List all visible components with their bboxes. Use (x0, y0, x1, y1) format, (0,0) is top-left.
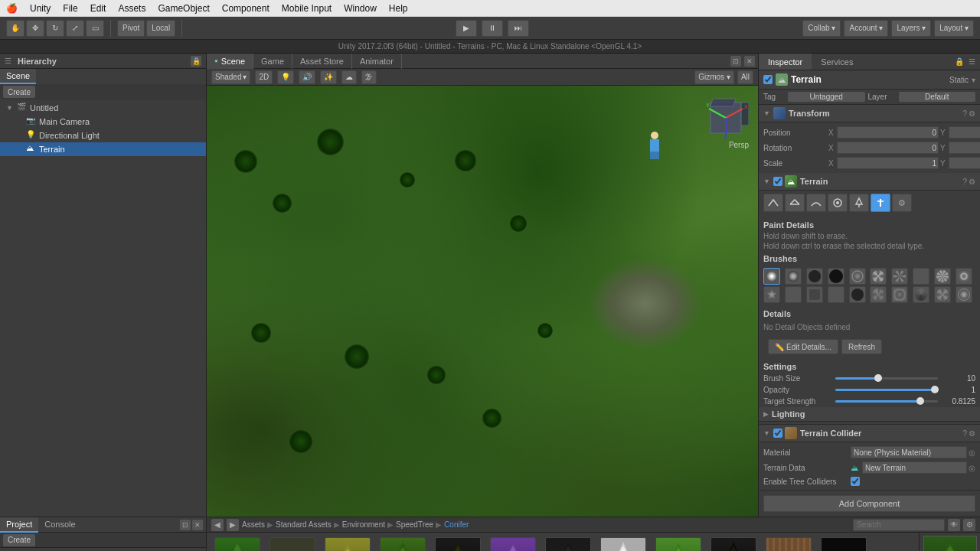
rect-tool[interactable]: ▭ (86, 20, 104, 37)
animator-tab[interactable]: Animator (352, 54, 402, 70)
list-item[interactable]: ConiferBark... (818, 537, 870, 551)
brush-20[interactable] (956, 286, 972, 303)
terrain-comp-gear-icon[interactable]: ⚙ (969, 178, 975, 186)
tree-item-maincamera[interactable]: 📷 Main Camera (0, 115, 206, 129)
collider-checkbox[interactable] (773, 429, 782, 438)
brush-8[interactable] (913, 268, 929, 285)
terrain-data-picker-icon[interactable]: ◎ (969, 464, 975, 472)
close-project[interactable]: ✕ (192, 520, 203, 530)
menu-file[interactable]: File (63, 3, 77, 14)
project-create-btn[interactable]: Create (3, 534, 35, 546)
crumb-env[interactable]: Environment (342, 520, 385, 529)
terrain-collider-header[interactable]: ▼ Terrain Collider ? ⚙ (759, 425, 980, 442)
scale-y-input[interactable] (949, 157, 980, 169)
list-item[interactable]: Conifer_Need... (652, 537, 704, 551)
brush-15[interactable] (849, 286, 866, 303)
terrain-data-input[interactable] (862, 461, 967, 474)
lights-btn[interactable]: 💡 (277, 70, 294, 84)
brush-13[interactable] (806, 286, 823, 303)
terrain-settings-tool[interactable]: ⚙ (892, 194, 912, 212)
rotation-x-input[interactable] (837, 142, 939, 154)
move-tool[interactable]: ✥ (26, 20, 44, 37)
nav-back-btn[interactable]: ◀ (211, 519, 224, 531)
brush-2[interactable] (785, 268, 802, 285)
terrain-comp-checkbox[interactable] (773, 177, 782, 186)
menu-edit[interactable]: Edit (90, 3, 106, 14)
material-input[interactable] (851, 446, 967, 458)
all-dropdown[interactable]: All (737, 70, 753, 84)
search-input[interactable] (853, 519, 945, 531)
2d-btn[interactable]: 2D (255, 70, 273, 84)
list-item[interactable]: Conifer_Desk... (377, 537, 429, 551)
rotate-tool[interactable]: ↻ (46, 20, 64, 37)
tree-item-terrain[interactable]: ⛰ Terrain (0, 142, 206, 156)
sky-btn[interactable]: ☁ (341, 70, 357, 84)
add-component-button[interactable]: Add Component (763, 495, 975, 512)
list-item[interactable]: Conifer_Need... (597, 537, 649, 551)
tree-item-untitled[interactable]: ▼ 🎬 Untitled (0, 101, 206, 115)
collider-help-icon[interactable]: ? (962, 429, 967, 438)
list-item[interactable]: Conifer_Need... (707, 537, 760, 551)
layers-btn[interactable]: Layers ▾ (891, 20, 931, 37)
project-tab[interactable]: Project (0, 517, 38, 533)
hand-tool[interactable]: ✋ (6, 20, 24, 37)
pause-button[interactable]: ⏸ (482, 20, 503, 37)
menu-assets[interactable]: Assets (118, 3, 145, 14)
account-btn[interactable]: Account ▾ (844, 20, 888, 37)
pivot-btn[interactable]: Pivot (117, 20, 145, 37)
brush-5[interactable] (849, 268, 866, 285)
list-item[interactable]: Conifer_Desk... (322, 537, 374, 551)
transform-component-header[interactable]: ▼ Transform ? ⚙ (759, 105, 980, 122)
smooth-tool[interactable] (806, 194, 826, 212)
scene-viewport[interactable]: X Y Z Persp (207, 86, 758, 517)
layout-btn[interactable]: Layout ▾ (934, 20, 974, 37)
crumb-standard[interactable]: Standard Assets (276, 520, 332, 529)
list-item[interactable]: Conifer_Desk... (542, 537, 594, 551)
position-y-input[interactable] (949, 126, 980, 139)
list-item[interactable]: 📁 Conifer_Desk... (266, 537, 318, 551)
collider-gear-icon[interactable]: ⚙ (969, 429, 975, 438)
brush-17[interactable] (891, 286, 908, 303)
tag-dropdown[interactable]: Untagged (788, 92, 865, 102)
opacity-thumb[interactable] (931, 386, 939, 393)
brush-12[interactable] (785, 286, 802, 303)
nav-forward-btn[interactable]: ▶ (227, 519, 239, 531)
local-btn[interactable]: Local (146, 20, 175, 37)
gizmos-dropdown[interactable]: Gizmos ▾ (694, 70, 734, 84)
brush-11[interactable] (763, 286, 780, 303)
brush-14[interactable] (828, 286, 844, 303)
brush-size-track[interactable] (835, 377, 938, 380)
crumb-conifer[interactable]: Conifer (444, 520, 469, 529)
shaded-dropdown[interactable]: Shaded ▾ (211, 70, 250, 84)
brush-3[interactable] (806, 268, 823, 285)
console-tab[interactable]: Console (38, 517, 81, 533)
brush-1[interactable] (763, 268, 780, 285)
brush-size-thumb[interactable] (874, 374, 882, 382)
menu-gameobject[interactable]: GameObject (158, 3, 209, 14)
edit-details-button[interactable]: ✏️ Edit Details... (768, 339, 838, 354)
menu-mobileinput[interactable]: Mobile Input (282, 3, 332, 14)
menu-help[interactable]: Help (389, 3, 408, 14)
close-scene[interactable]: ✕ (744, 56, 755, 67)
tree-item-dirlight[interactable]: 💡 Directional Light (0, 129, 206, 142)
position-x-input[interactable] (837, 126, 939, 139)
target-strength-thumb[interactable] (916, 397, 924, 405)
search-icon-btn[interactable]: 👁 (948, 519, 960, 531)
sound-btn[interactable]: 🔊 (299, 70, 315, 84)
fx-btn[interactable]: ✨ (320, 70, 337, 84)
terrain-comp-help-icon[interactable]: ? (962, 178, 967, 186)
apple-menu[interactable]: 🍎 (6, 3, 18, 14)
terrain-component-header[interactable]: ▼ ⛰ Terrain ? ⚙ (759, 173, 980, 191)
menu-component[interactable]: Component (222, 3, 270, 14)
list-item[interactable]: ConiferBark... (763, 537, 815, 551)
list-item[interactable]: Conifer_Desk... (211, 537, 263, 551)
create-button[interactable]: Create (3, 86, 35, 98)
material-picker-icon[interactable]: ◎ (969, 448, 975, 457)
play-button[interactable]: ▶ (456, 20, 477, 37)
game-view-tab[interactable]: Game (253, 54, 292, 70)
brush-10[interactable] (956, 268, 972, 285)
scene-view-tab[interactable]: ● Scene (207, 54, 253, 70)
maximize-scene[interactable]: ⊡ (730, 56, 741, 67)
crumb-assets[interactable]: Assets (242, 520, 265, 529)
asset-store-tab[interactable]: Asset Store (292, 54, 352, 70)
